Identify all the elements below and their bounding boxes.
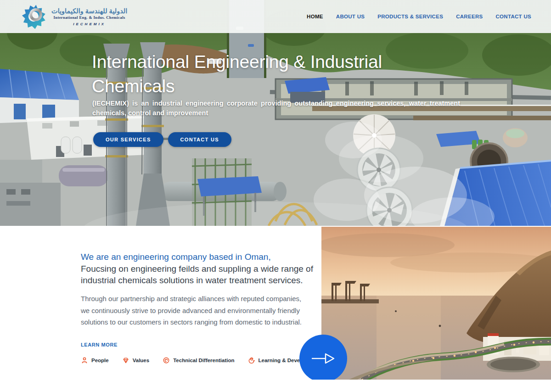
about-section: We are an engineering company based in O…: [0, 226, 551, 392]
feature-values: Values: [122, 357, 149, 364]
logo-text: الدولية للهندسة والكيماويات Internationa…: [51, 7, 127, 26]
logo-short-name: IECHEMIX: [73, 22, 106, 26]
hero-title: International Engineering & Industrial C…: [92, 50, 434, 98]
feature-label: Technical Differentiation: [173, 358, 234, 363]
contact-us-button[interactable]: CONTACT US: [168, 132, 231, 147]
feature-label: Values: [133, 358, 149, 363]
hero-buttons: OUR SERVICES CONTACT US: [93, 132, 231, 147]
nav-item-products-services[interactable]: PRODUCTS & SERVICES: [377, 14, 443, 19]
nav-item-careers[interactable]: CAREERS: [456, 14, 483, 19]
spiral-badge-icon: [163, 357, 170, 364]
feature-label: People: [91, 358, 109, 363]
nav-item-contact-us[interactable]: CONTACT US: [495, 14, 531, 19]
diamond-icon: [122, 357, 129, 364]
homepage: International Engineering & Industrial C…: [0, 0, 551, 392]
gear-logo-icon: [18, 2, 49, 31]
about-heading-rest: Foucsing on engineering feilds and suppl…: [81, 263, 318, 286]
feature-people: People: [81, 357, 109, 364]
nav-item-home[interactable]: HOME: [307, 14, 323, 19]
logo-arabic-name: الدولية للهندسة والكيماويات: [51, 7, 127, 15]
hero-section: International Engineering & Industrial C…: [0, 0, 551, 226]
logo-english-name: International Eng. & Indus. Chemicals: [54, 15, 125, 20]
learn-more-link[interactable]: LEARN MORE: [81, 342, 118, 347]
site-header: الدولية للهندسة والكيماويات Internationa…: [0, 0, 551, 33]
feature-technical-differentiation: Technical Differentiation: [163, 357, 234, 364]
about-paragraph: Through our partnership and strategic al…: [81, 293, 309, 328]
about-heading-highlight: We are an engineering company based in O…: [81, 251, 318, 263]
main-nav: HOME ABOUT US PRODUCTS & SERVICES CAREER…: [307, 14, 531, 19]
our-services-button[interactable]: OUR SERVICES: [93, 132, 163, 147]
about-heading: We are an engineering company based in O…: [81, 251, 318, 286]
features-row: People Values: [81, 357, 320, 364]
logo[interactable]: الدولية للهندسة والكيماويات Internationa…: [18, 2, 127, 31]
arrow-right-icon: [310, 350, 337, 367]
person-growth-icon: [248, 357, 255, 364]
hero-subtitle: (IECHEMIX) is an industrial engineering …: [92, 99, 460, 118]
next-arrow-button[interactable]: [299, 335, 347, 380]
nav-item-about-us[interactable]: ABOUT US: [336, 14, 365, 19]
person-icon: [81, 357, 88, 364]
